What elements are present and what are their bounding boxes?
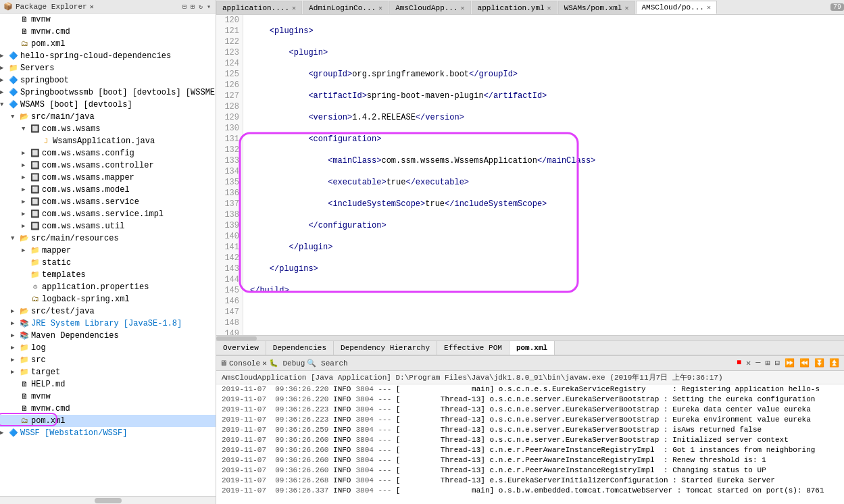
tree-item-label: pom.xml xyxy=(31,39,65,49)
horizontal-scrollbar-editor[interactable] xyxy=(216,335,844,341)
expand-btn[interactable]: ⊞ xyxy=(189,3,196,11)
action4-btn[interactable]: ⏪ xyxy=(798,358,811,368)
tree-item-target[interactable]: ▶ 📁 target xyxy=(0,366,216,378)
action1-btn[interactable]: ⊞ xyxy=(764,358,772,368)
line-num: 129 xyxy=(220,112,239,123)
tab-amscloud-pom[interactable]: AMSCloud/po... ✕ xyxy=(636,1,717,14)
close-btn[interactable]: ✕ xyxy=(745,358,752,368)
search-label[interactable]: 🔍 Search xyxy=(307,359,347,368)
stop-btn[interactable]: ■ xyxy=(735,358,743,368)
tree-item-config[interactable]: ▶ 🔲 com.ws.wsams.config xyxy=(0,147,216,159)
tree-item-static[interactable]: 📁 static xyxy=(0,257,216,269)
tree-item-model[interactable]: ▶ 🔲 com.ws.wsams.model xyxy=(0,184,216,196)
code-line-130: </plugin> xyxy=(250,242,837,253)
tree-item-springbootwssmb[interactable]: ▶ 🔷 Springbootwssmb [boot] [devtools] [W… xyxy=(0,86,216,99)
tab-dependency-hierarchy[interactable]: Dependency Hierarchy xyxy=(334,341,437,355)
code-editor: 120 121 122 123 124 125 126 127 128 129 … xyxy=(216,15,844,341)
panel-close-icon: ✕ xyxy=(90,3,94,11)
tree-item-mvnw[interactable]: 🗎 mvnw xyxy=(0,14,216,26)
tree-item-hello-spring[interactable]: ▶ 🔷 hello-spring-cloud-dependencies xyxy=(0,50,216,62)
tab-pom-xml[interactable]: pom.xml xyxy=(510,341,555,355)
tree-item-label: src/main/resources xyxy=(31,233,119,244)
panel-title: 📦 Package Explorer ✕ xyxy=(3,2,94,11)
tree-item-springboot[interactable]: ▶ 🔷 springboot xyxy=(0,74,216,86)
tree-item-label: Maven Dependencies xyxy=(31,330,119,341)
tree-item-label: static xyxy=(42,257,71,268)
code-line-132: </build> xyxy=(250,285,837,296)
log-line-4: 2019-11-07 09:36:26.223 INFO 3804 --- [ … xyxy=(216,415,844,425)
tree-item-label: WsamsApplication.java xyxy=(53,136,155,147)
tree-item-wsams[interactable]: ▼ 🔷 WSAMS [boot] [devtools] xyxy=(0,99,216,111)
tree-item-log[interactable]: ▶ 📁 log xyxy=(0,342,216,354)
log-line-10: 2019-11-07 09:36:26.268 INFO 3804 --- [ … xyxy=(216,476,844,486)
action6-btn[interactable]: ⏫ xyxy=(828,358,841,368)
tree-item-help-md[interactable]: 🗎 HELP.md xyxy=(0,378,216,390)
horizontal-scrollbar[interactable] xyxy=(0,496,216,504)
debug-label[interactable]: 🐛 Debug xyxy=(269,359,305,368)
tree-item-service[interactable]: ▶ 🔲 com.ws.wsams.service xyxy=(0,196,216,208)
tab-close-icon[interactable]: ✕ xyxy=(378,4,382,12)
sync-btn[interactable]: ↻ xyxy=(197,3,204,11)
tree-item-mvnw-cmd2[interactable]: 🗎 mvnw.cmd xyxy=(0,403,216,415)
console-log-content[interactable]: 2019-11-07 09:36:26.220 INFO 3804 --- [ … xyxy=(216,384,844,504)
tree-item-mvnw2[interactable]: 🗎 mvnw xyxy=(0,390,216,403)
tree-item-app-props[interactable]: ⚙ application.properties xyxy=(0,281,216,293)
tree-item-label: mapper xyxy=(42,245,71,256)
tab-effective-pom[interactable]: Effective POM xyxy=(437,341,510,355)
expand-arrow: ▶ xyxy=(22,245,30,256)
line-num: 131 xyxy=(220,134,239,145)
tree-item-pom-1[interactable]: 🗂 pom.xml xyxy=(0,38,216,50)
folder-icon: 📁 xyxy=(19,367,30,378)
tab-dependencies[interactable]: Dependencies xyxy=(266,341,334,355)
tab-label: Overview xyxy=(223,344,259,352)
tab-amscloud[interactable]: AmsCloudApp... ✕ xyxy=(389,1,470,14)
tree-item-util[interactable]: ▶ 🔲 com.ws.wsams.util xyxy=(0,220,216,232)
code-view[interactable]: 120 121 122 123 124 125 126 127 128 129 … xyxy=(216,15,844,335)
action2-btn[interactable]: ⊟ xyxy=(774,358,781,368)
tree-item-service-impl[interactable]: ▶ 🔲 com.ws.wsams.service.impl xyxy=(0,208,216,220)
line-num: 126 xyxy=(220,80,239,91)
tree-item-logback[interactable]: 🗂 logback-spring.xml xyxy=(0,293,216,305)
tab-close-icon[interactable]: ✕ xyxy=(707,3,711,11)
tree-item-mapper-folder[interactable]: ▶ 📁 mapper xyxy=(0,245,216,257)
log-line-5: 2019-11-07 09:36:26.259 INFO 3804 --- [ … xyxy=(216,425,844,435)
tree-item-maven-deps[interactable]: ▶ 📚 Maven Dependencies xyxy=(0,330,216,342)
tab-count: 79 xyxy=(830,3,844,11)
tree-item-wsams-app[interactable]: J WsamsApplication.java xyxy=(0,135,216,147)
action5-btn[interactable]: ⏬ xyxy=(813,358,826,368)
minimize-btn[interactable]: ― xyxy=(754,358,762,368)
tab-application-yml[interactable]: application.yml ✕ xyxy=(472,1,557,14)
line-num: 142 xyxy=(220,253,239,263)
tree-item-mvnw-cmd[interactable]: 🗎 mvnw.cmd xyxy=(0,26,216,38)
tree-item-src2[interactable]: ▶ 📁 src xyxy=(0,354,216,366)
tree-item-src-main-java[interactable]: ▼ 📂 src/main/java xyxy=(0,111,216,123)
tree-item-templates[interactable]: 📁 templates xyxy=(0,269,216,281)
tab-close-icon[interactable]: ✕ xyxy=(624,4,628,12)
tree-item-label: src/main/java xyxy=(31,111,95,122)
tree-item-label: com.ws.wsams.util xyxy=(42,221,124,232)
expand-arrow: ▶ xyxy=(0,51,8,61)
tab-label: AMSCloud/po... xyxy=(642,3,704,11)
tree-item-src-test[interactable]: ▶ 📂 src/test/java xyxy=(0,305,216,318)
tab-overview[interactable]: Overview xyxy=(216,341,266,355)
tree-item-pom-2[interactable]: 🗂 pom.xml xyxy=(0,415,216,427)
collapse-btn[interactable]: ⊟ xyxy=(181,3,188,11)
package-icon: 🔲 xyxy=(30,184,41,195)
tab-close-icon[interactable]: ✕ xyxy=(292,4,296,12)
tree-item-label: src xyxy=(31,355,46,366)
expand-arrow: ▶ xyxy=(0,63,8,74)
tab-adminlogin[interactable]: AdminLoginCo... ✕ xyxy=(303,1,389,14)
action3-btn[interactable]: ⏩ xyxy=(783,358,796,368)
tab-close-icon[interactable]: ✕ xyxy=(461,4,465,12)
tree-item-wssf[interactable]: ▶ 🔷 WSSF [Webstation/WSSF] xyxy=(0,427,216,439)
tab-wsams-pom[interactable]: WSAMs/pom.xml ✕ xyxy=(558,1,635,14)
menu-btn[interactable]: ▾ xyxy=(205,3,212,11)
tab-close-icon[interactable]: ✕ xyxy=(547,4,551,12)
tree-item-jre[interactable]: ▶ 📚 JRE System Library [JavaSE-1.8] xyxy=(0,318,216,330)
tree-item-com-ws-wsams[interactable]: ▼ 🔲 com.ws.wsams xyxy=(0,123,216,135)
tree-item-mapper[interactable]: ▶ 🔲 com.ws.wsams.mapper xyxy=(0,172,216,184)
tab-application[interactable]: application.... ✕ xyxy=(216,1,302,14)
tree-item-servers[interactable]: ▶ 📁 Servers xyxy=(0,62,216,74)
tree-item-controller[interactable]: ▶ 🔲 com.ws.wsams.controller xyxy=(0,159,216,172)
tree-item-src-main-resources[interactable]: ▼ 📂 src/main/resources xyxy=(0,232,216,245)
